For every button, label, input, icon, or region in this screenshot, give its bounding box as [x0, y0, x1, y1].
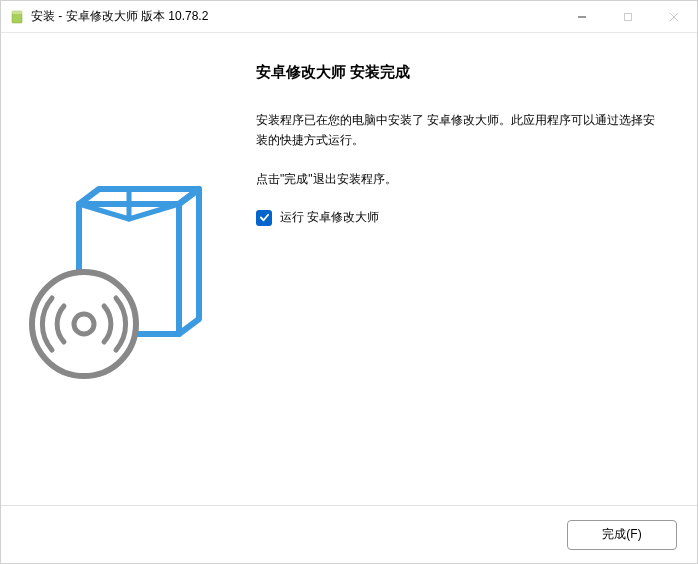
completion-text-2: 点击"完成"退出安装程序。: [256, 169, 667, 189]
run-app-checkbox-row[interactable]: 运行 安卓修改大师: [256, 209, 667, 226]
completion-heading: 安卓修改大师 安装完成: [256, 63, 667, 82]
maximize-button: [605, 1, 651, 32]
minimize-button[interactable]: [559, 1, 605, 32]
finish-button[interactable]: 完成(F): [567, 520, 677, 550]
close-button: [651, 1, 697, 32]
completion-text-1: 安装程序已在您的电脑中安装了 安卓修改大师。此应用程序可以通过选择安装的快捷方式…: [256, 110, 667, 151]
content-area: 安卓修改大师 安装完成 安装程序已在您的电脑中安装了 安卓修改大师。此应用程序可…: [1, 33, 697, 505]
footer: 完成(F): [1, 505, 697, 563]
window-title: 安装 - 安卓修改大师 版本 10.78.2: [31, 8, 559, 25]
run-app-checkbox[interactable]: [256, 210, 272, 226]
svg-rect-3: [625, 13, 632, 20]
app-icon: [9, 9, 25, 25]
window-controls: [559, 1, 697, 32]
titlebar: 安装 - 安卓修改大师 版本 10.78.2: [1, 1, 697, 33]
right-panel: 安卓修改大师 安装完成 安装程序已在您的电脑中安装了 安卓修改大师。此应用程序可…: [246, 33, 697, 505]
left-panel: [1, 33, 246, 505]
svg-point-6: [32, 272, 136, 376]
run-app-label: 运行 安卓修改大师: [280, 209, 379, 226]
installer-box-icon: [24, 159, 224, 379]
svg-rect-1: [12, 11, 22, 14]
installer-window: 安装 - 安卓修改大师 版本 10.78.2: [0, 0, 698, 564]
